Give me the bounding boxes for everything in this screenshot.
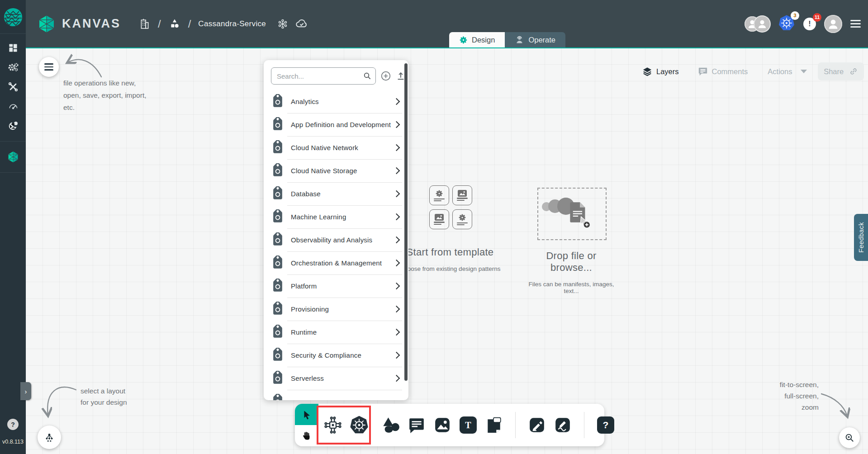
- feedback-tab[interactable]: Feedback: [854, 214, 868, 261]
- avatar[interactable]: [754, 16, 770, 32]
- search-input[interactable]: [271, 67, 376, 85]
- category-label: Provisioning: [291, 305, 394, 313]
- actions-dropdown[interactable]: Actions: [768, 67, 807, 76]
- comment-tool[interactable]: [407, 415, 427, 435]
- add-component-button[interactable]: [380, 70, 391, 82]
- environment-mesh-icon[interactable]: [277, 18, 289, 30]
- design-pen-tool[interactable]: [527, 415, 547, 435]
- kubernetes-context-button[interactable]: 3: [778, 14, 795, 33]
- sidebar-item-kanvas[interactable]: [7, 151, 19, 163]
- zoom-button[interactable]: [839, 427, 860, 448]
- user-avatar[interactable]: [824, 15, 842, 33]
- shapes-tool[interactable]: [381, 415, 401, 435]
- category-row[interactable]: Database: [264, 182, 408, 205]
- panel-header: [264, 60, 408, 90]
- shape-annotation-tools: T: [381, 412, 616, 438]
- template-card[interactable]: [452, 185, 472, 205]
- share-button[interactable]: Share: [818, 62, 864, 80]
- file-menu-button[interactable]: [39, 57, 59, 77]
- text-tool-glyph: T: [465, 420, 471, 430]
- actions-label: Actions: [768, 67, 792, 76]
- template-title[interactable]: Start from template: [394, 246, 507, 258]
- select-tool[interactable]: [295, 404, 318, 425]
- layers-label: Layers: [656, 67, 679, 76]
- file-drop-area[interactable]: [537, 188, 607, 240]
- category-row[interactable]: Machine Learning: [264, 205, 408, 228]
- chevron-right-icon: [393, 283, 400, 290]
- category-tag-icon: [269, 185, 286, 203]
- category-label: Database: [291, 190, 394, 198]
- layers-button[interactable]: Layers: [642, 66, 679, 76]
- image-icon: [458, 190, 467, 197]
- organization-icon[interactable]: [139, 18, 151, 30]
- category-tag-icon: [269, 255, 286, 272]
- category-label: Analytics: [291, 98, 394, 105]
- pointer-tools: [295, 404, 318, 446]
- category-row[interactable]: Cloud Native Network: [264, 136, 408, 159]
- category-row[interactable]: Serverless: [264, 367, 408, 390]
- start-from-template-section: Start from template Choose from existing…: [394, 185, 507, 272]
- category-row[interactable]: Observability and Analysis: [264, 228, 408, 251]
- tab-design[interactable]: Design: [449, 32, 505, 47]
- annotation-layout: select a layout for your design: [81, 385, 127, 408]
- category-tag-icon: [269, 347, 286, 364]
- category-tag-icon: [269, 370, 286, 387]
- freehand-draw-tool[interactable]: [553, 415, 573, 435]
- category-row[interactable]: Security & Compliance: [264, 344, 408, 367]
- comments-button[interactable]: Comments: [698, 66, 748, 76]
- help-glyph: ?: [603, 420, 609, 430]
- kanvas-app: KANVAS / / Cassandra-Service: [0, 0, 868, 454]
- category-row[interactable]: Provisioning: [264, 298, 408, 321]
- category-row[interactable]: App Definition and Development: [264, 113, 408, 136]
- layout-selector-button[interactable]: [38, 426, 61, 449]
- category-row[interactable]: Platform: [264, 274, 408, 298]
- breadcrumb-design-name[interactable]: Cassandra-Service: [198, 19, 266, 28]
- dropzone-title[interactable]: Drop file or browse...: [528, 250, 614, 274]
- sidebar-divider: [0, 172, 26, 173]
- search-box: [271, 67, 376, 85]
- text-tool[interactable]: T: [458, 415, 478, 435]
- component-shape-tool[interactable]: [323, 415, 343, 435]
- cloud-sync-icon[interactable]: [295, 17, 308, 31]
- template-card[interactable]: [429, 185, 449, 205]
- kanvas-logo-icon[interactable]: [38, 15, 56, 33]
- category-tag-icon: [269, 116, 286, 133]
- notifications-button[interactable]: ! 11: [803, 18, 816, 30]
- meshery-logo[interactable]: [0, 7, 26, 34]
- sidebar-item-dashboard[interactable]: [7, 42, 19, 54]
- category-row[interactable]: Orchestration & Management: [264, 251, 408, 274]
- template-card[interactable]: [429, 209, 449, 229]
- category-row[interactable]: Analytics: [264, 90, 408, 113]
- category-tag-icon: [269, 232, 286, 249]
- chevron-right-icon: [393, 167, 400, 175]
- chevron-right-icon: [393, 375, 400, 382]
- sidebar-expander-toggle[interactable]: ›: [20, 382, 31, 400]
- help-tool[interactable]: ?: [596, 415, 616, 435]
- sidebar-item-toolbox[interactable]: [7, 81, 19, 93]
- collaborator-avatars[interactable]: [745, 16, 770, 32]
- sidebar-item-catalog[interactable]: [7, 120, 19, 132]
- pan-tool[interactable]: [295, 425, 318, 446]
- tab-operate[interactable]: Operate: [505, 32, 565, 47]
- category-row[interactable]: Runtime: [264, 321, 408, 344]
- image-tool[interactable]: [432, 415, 452, 435]
- sidebar-help-button[interactable]: ?: [7, 419, 19, 430]
- template-card[interactable]: [452, 209, 472, 229]
- category-tag-icon: [269, 162, 286, 180]
- kubernetes-tool[interactable]: [349, 415, 369, 435]
- sidebar-item-performance[interactable]: [7, 100, 19, 112]
- note-tool[interactable]: [484, 415, 504, 435]
- category-tag-icon: [269, 301, 286, 318]
- panel-scrollbar[interactable]: [404, 63, 408, 381]
- category-row[interactable]: Cloud Native Storage: [264, 159, 408, 182]
- dropzone-subtitle: Files can be manifests, images, text...: [528, 281, 614, 294]
- workspace-icon[interactable]: [168, 18, 181, 30]
- header-menu-icon[interactable]: [850, 20, 861, 28]
- category-label: Runtime: [291, 328, 394, 336]
- category-tag-icon: [269, 393, 286, 401]
- category-label: Orchestration & Management: [291, 259, 394, 267]
- sidebar-nav: [0, 34, 26, 175]
- category-row-partial[interactable]: [264, 390, 408, 400]
- sidebar-item-settings[interactable]: [7, 61, 19, 73]
- chevron-right-icon: [393, 121, 400, 128]
